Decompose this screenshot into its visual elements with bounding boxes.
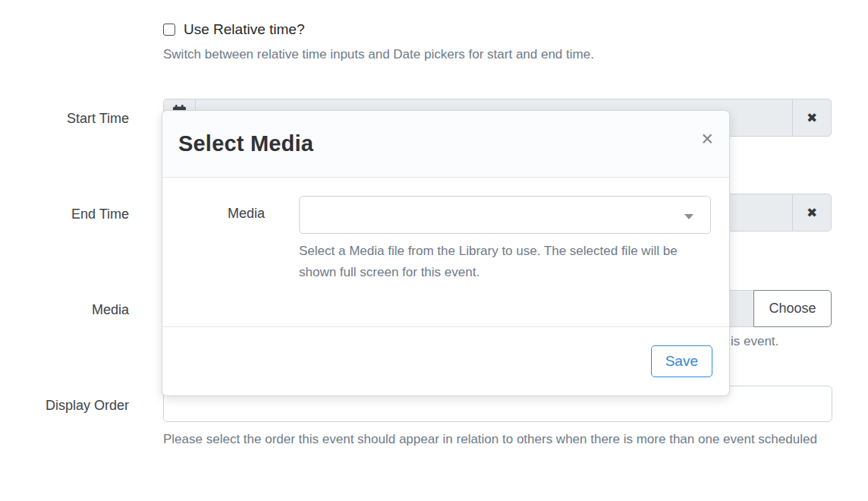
use-relative-time-label: Use Relative time? xyxy=(184,21,304,38)
modal-media-label: Media xyxy=(178,196,299,234)
choose-button-label: Choose xyxy=(769,301,816,317)
modal-close-icon[interactable]: × xyxy=(701,129,713,150)
save-button[interactable]: Save xyxy=(651,345,712,377)
use-relative-time-row: Use Relative time? xyxy=(163,21,304,38)
clear-x-icon: ✖ xyxy=(807,110,817,126)
media-select-dropdown[interactable] xyxy=(299,196,711,234)
relative-time-help-text: Switch between relative time inputs and … xyxy=(163,47,594,62)
modal-footer: Save xyxy=(162,326,729,395)
modal-media-row: Media xyxy=(178,196,714,234)
media-choose-button[interactable]: Choose xyxy=(753,290,832,327)
chevron-down-icon xyxy=(684,214,693,219)
end-time-label: End Time xyxy=(0,206,129,222)
select-media-modal: Select Media × Media Select a Media file… xyxy=(162,110,730,396)
end-time-clear-button[interactable]: ✖ xyxy=(792,194,832,232)
modal-title: Select Media xyxy=(178,131,313,156)
event-edit-page: Use Relative time? Switch between relati… xyxy=(0,0,868,501)
modal-media-help-text: Select a Media file from the Library to … xyxy=(299,241,718,283)
start-time-clear-button[interactable]: ✖ xyxy=(792,99,832,137)
media-help-text-fragment: is event. xyxy=(731,334,778,349)
modal-body: Media Select a Media file from the Libra… xyxy=(162,178,729,326)
use-relative-time-checkbox[interactable] xyxy=(163,24,175,36)
modal-header: Select Media × xyxy=(162,111,729,178)
start-time-label: Start Time xyxy=(0,111,129,127)
clear-x-icon: ✖ xyxy=(807,205,817,221)
media-label: Media xyxy=(0,302,129,318)
display-order-help-text: Please select the order this event shoul… xyxy=(163,429,838,450)
display-order-label: Display Order xyxy=(0,398,129,414)
